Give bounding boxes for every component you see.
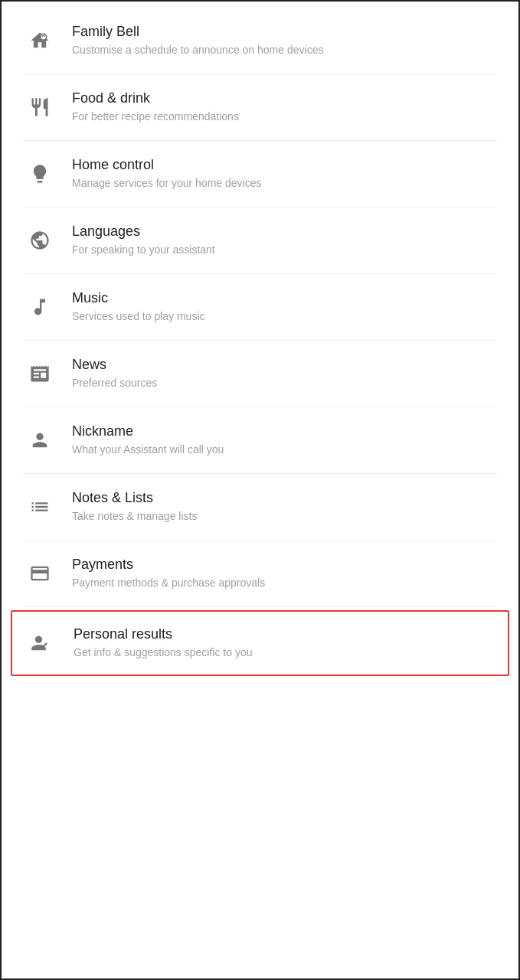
screen: Family Bell Customise a schedule to anno… (0, 0, 520, 980)
house-bell-icon (23, 30, 57, 51)
menu-subtitle-family-bell: Customise a schedule to announce on home… (72, 43, 323, 58)
list-icon (23, 496, 57, 518)
menu-text-food-drink: Food & drink For better recipe recommend… (72, 90, 239, 125)
menu-title-personal-results: Personal results (74, 626, 252, 643)
menu-item-food-drink[interactable]: Food & drink For better recipe recommend… (2, 74, 518, 140)
menu-text-personal-results: Personal results Get info & suggestions … (74, 626, 252, 661)
divider-8 (23, 606, 497, 607)
person-check-icon (25, 632, 58, 654)
menu-text-music: Music Services used to play music (72, 289, 205, 325)
menu-title-family-bell: Family Bell (72, 23, 323, 41)
menu-title-home-control: Home control (72, 156, 261, 174)
menu-subtitle-home-control: Manage services for your home devices (72, 176, 261, 191)
menu-item-languages[interactable]: Languages For speaking to your assistant (2, 207, 518, 273)
menu-text-languages: Languages For speaking to your assistant (72, 223, 215, 258)
menu-subtitle-languages: For speaking to your assistant (72, 243, 215, 258)
menu-text-news: News Preferred sources (72, 356, 157, 391)
menu-subtitle-personal-results: Get info & suggestions specific to you (74, 645, 252, 661)
music-note-icon (23, 296, 57, 318)
menu-subtitle-news: Preferred sources (72, 376, 157, 391)
menu-item-notes-lists[interactable]: Notes & Lists Take notes & manage lists (2, 474, 518, 540)
lightbulb-icon (23, 163, 57, 185)
menu-title-notes-lists: Notes & Lists (72, 489, 197, 507)
menu-text-payments: Payments Payment methods & purchase appr… (72, 556, 265, 591)
menu-subtitle-notes-lists: Take notes & manage lists (72, 509, 197, 524)
menu-title-languages: Languages (72, 223, 215, 240)
menu-subtitle-nickname: What your Assistant will call you (72, 443, 224, 458)
menu-item-news[interactable]: News Preferred sources (2, 341, 518, 407)
menu-title-music: Music (72, 289, 205, 307)
person-icon (23, 430, 57, 451)
credit-card-icon (23, 563, 57, 584)
menu-title-nickname: Nickname (72, 423, 224, 440)
menu-subtitle-payments: Payment methods & purchase approvals (72, 576, 265, 591)
menu-list: Family Bell Customise a schedule to anno… (2, 2, 518, 685)
menu-subtitle-food-drink: For better recipe recommendations (72, 109, 239, 125)
menu-item-home-control[interactable]: Home control Manage services for your ho… (2, 141, 518, 207)
menu-item-music[interactable]: Music Services used to play music (2, 274, 518, 340)
menu-title-food-drink: Food & drink (72, 90, 239, 107)
menu-text-home-control: Home control Manage services for your ho… (72, 156, 261, 191)
menu-text-family-bell: Family Bell Customise a schedule to anno… (72, 23, 323, 58)
menu-title-news: News (72, 356, 157, 374)
fork-knife-icon (23, 96, 57, 118)
menu-title-payments: Payments (72, 556, 265, 573)
menu-item-payments[interactable]: Payments Payment methods & purchase appr… (2, 541, 518, 606)
menu-text-nickname: Nickname What your Assistant will call y… (72, 423, 224, 458)
menu-text-notes-lists: Notes & Lists Take notes & manage lists (72, 489, 197, 524)
newspaper-icon (23, 363, 57, 384)
menu-item-family-bell[interactable]: Family Bell Customise a schedule to anno… (2, 8, 518, 74)
menu-item-personal-results[interactable]: Personal results Get info & suggestions … (11, 610, 509, 676)
menu-subtitle-music: Services used to play music (72, 309, 205, 325)
globe-icon (23, 230, 57, 251)
menu-item-nickname[interactable]: Nickname What your Assistant will call y… (2, 407, 518, 473)
